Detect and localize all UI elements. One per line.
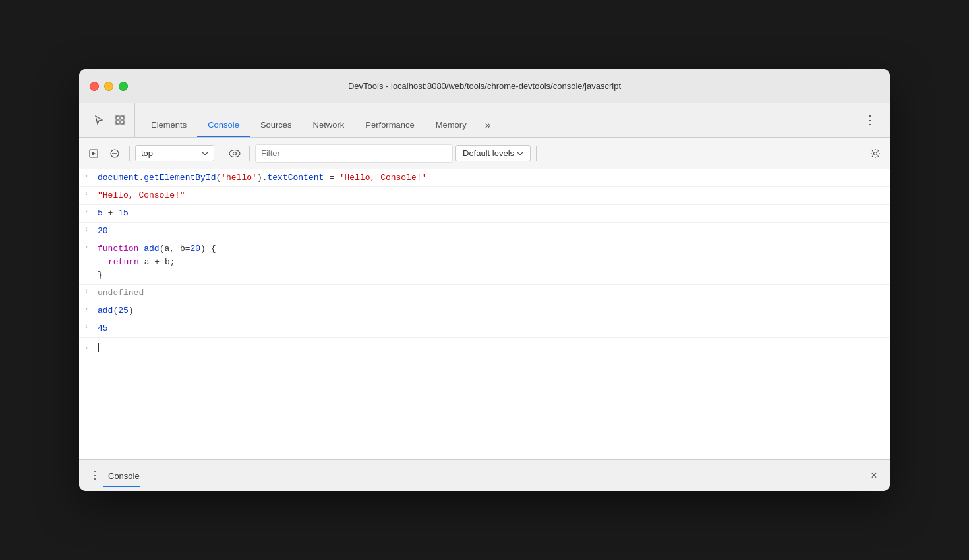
content-7: add(25) — [98, 304, 885, 318]
tab-elements[interactable]: Elements — [140, 113, 197, 137]
arrow-input: › — [84, 343, 98, 352]
minimize-button[interactable] — [104, 82, 113, 91]
more-tabs-button[interactable]: » — [480, 113, 496, 137]
execute-icon[interactable] — [84, 144, 103, 163]
bottom-bar-label-wrap: Console — [103, 470, 140, 482]
toolbar-divider-2 — [220, 146, 220, 161]
console-line-1: › document.getElementById('hello').textC… — [79, 169, 890, 187]
bottom-bar-dots-icon[interactable]: ⋮ — [87, 468, 103, 484]
filter-input[interactable] — [255, 144, 453, 163]
content-1: document.getElementById('hello').textCon… — [98, 171, 885, 184]
devtools-menu-button[interactable]: ⋮ — [861, 111, 879, 129]
maximize-button[interactable] — [119, 82, 128, 91]
content-5-line3: } — [98, 269, 885, 282]
content-5-line1: function add(a, b=20) { — [98, 242, 885, 256]
svg-rect-1 — [121, 116, 124, 119]
cursor-icon[interactable] — [90, 111, 108, 129]
arrow-5[interactable]: › — [84, 242, 98, 251]
svg-point-9 — [874, 152, 877, 155]
console-line-8: ‹ 45 — [79, 320, 890, 338]
title-bar: DevTools - localhost:8080/web/tools/chro… — [79, 69, 890, 103]
tab-performance[interactable]: Performance — [355, 113, 425, 137]
arrow-7[interactable]: › — [84, 304, 98, 313]
toolbar-divider-4 — [536, 146, 537, 161]
bottom-bar-underline — [103, 486, 140, 487]
tab-icons — [84, 103, 135, 137]
svg-rect-0 — [116, 116, 119, 119]
inspect-icon[interactable] — [111, 111, 129, 129]
console-line-4: ‹ 20 — [79, 223, 890, 240]
content-6: undefined — [98, 287, 885, 300]
content-3: 5 + 15 — [98, 207, 885, 220]
content-8: 45 — [98, 322, 885, 335]
toolbar-divider-3 — [249, 146, 250, 161]
clear-icon[interactable] — [105, 144, 124, 163]
window-title: DevTools - localhost:8080/web/tools/chro… — [348, 81, 621, 91]
svg-point-8 — [233, 152, 237, 155]
console-line-2: ‹ "Hello, Console!" — [79, 187, 890, 205]
bottom-bar-label: Console — [108, 471, 140, 481]
console-line-7: › add(25) — [79, 302, 890, 320]
arrow-6: ‹ — [84, 287, 98, 295]
arrow-4: ‹ — [84, 225, 98, 233]
content-4: 20 — [98, 225, 885, 238]
content-5-line2: return a + b; — [98, 256, 885, 269]
traffic-lights — [90, 82, 128, 91]
content-2: "Hello, Console!" — [98, 189, 885, 202]
close-button[interactable] — [90, 82, 99, 91]
levels-chevron-icon — [517, 152, 523, 155]
toolbar-divider-1 — [129, 146, 130, 161]
console-line-6: ‹ undefined — [79, 285, 890, 302]
tab-sources[interactable]: Sources — [250, 113, 303, 137]
devtools-window: DevTools - localhost:8080/web/tools/chro… — [79, 69, 890, 491]
settings-icon[interactable] — [866, 144, 885, 163]
context-dropdown[interactable]: top — [135, 145, 214, 161]
svg-rect-3 — [121, 121, 124, 124]
console-line-5: › function add(a, b=20) { return a + b; … — [79, 240, 890, 285]
console-input-area[interactable]: › — [79, 338, 890, 356]
arrow-2: ‹ — [84, 189, 98, 198]
tab-console[interactable]: Console — [197, 113, 250, 137]
devtools-tabs: Elements Console Sources Network Perform… — [79, 103, 890, 138]
arrow-1[interactable]: › — [84, 171, 98, 180]
arrow-3[interactable]: › — [84, 207, 98, 215]
bottom-bar-close-button[interactable]: × — [866, 468, 882, 484]
cursor — [98, 343, 99, 352]
arrow-8: ‹ — [84, 322, 98, 331]
console-line-3: › 5 + 15 — [79, 205, 890, 223]
console-output: › document.getElementById('hello').textC… — [79, 169, 890, 459]
eye-icon[interactable] — [225, 144, 244, 163]
chevron-down-icon — [202, 152, 208, 155]
svg-point-7 — [229, 150, 240, 157]
levels-dropdown[interactable]: Default levels — [455, 145, 531, 161]
tab-network[interactable]: Network — [303, 113, 355, 137]
tab-memory[interactable]: Memory — [425, 113, 477, 137]
console-toolbar: top Default levels — [79, 138, 890, 169]
svg-rect-2 — [116, 121, 119, 124]
bottom-bar: ⋮ Console × — [79, 459, 890, 491]
